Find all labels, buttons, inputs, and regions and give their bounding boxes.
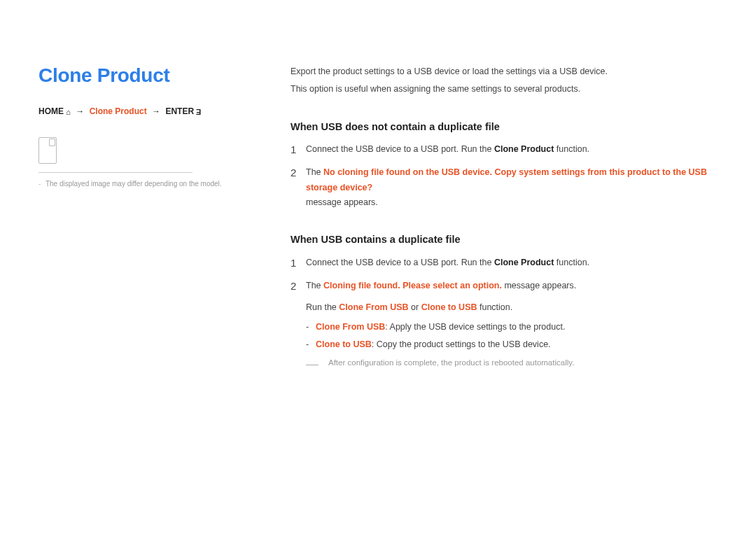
- list-item: 1 Connect the USB device to a USB port. …: [290, 142, 718, 157]
- home-icon: ⌂: [66, 108, 71, 116]
- text: Connect the USB device to a USB port. Ru…: [306, 144, 494, 154]
- text: function.: [477, 302, 513, 312]
- bold-text: Clone Product: [494, 144, 554, 154]
- page: Clone Product HOME ⌂ → Clone Product → E…: [0, 0, 756, 379]
- breadcrumb-arrow-2: →: [149, 106, 163, 116]
- product-thumbnail: [38, 137, 57, 164]
- list-item: 1 Connect the USB device to a USB port. …: [290, 255, 718, 270]
- steps-no-duplicate: 1 Connect the USB device to a USB port. …: [290, 142, 718, 210]
- step-line-2: Run the Clone From USB or Clone to USB f…: [306, 300, 718, 315]
- text: message appears.: [306, 197, 378, 207]
- product-thumbnail-inner: [49, 139, 55, 146]
- dash-icon: -: [306, 337, 316, 352]
- option-body: Clone to USB: Copy the product settings …: [316, 337, 551, 352]
- emphasis-text: Cloning file found. Please select an opt…: [323, 281, 502, 290]
- step-number: 2: [290, 279, 306, 370]
- emphasis-text: Clone From USB: [339, 302, 408, 312]
- text: function.: [554, 144, 589, 154]
- list-item: - Clone to USB: Copy the product setting…: [306, 337, 718, 352]
- step-body: Connect the USB device to a USB port. Ru…: [306, 255, 718, 270]
- list-item: 2 The No cloning file found on the USB d…: [290, 165, 718, 210]
- note-text: After configuration is complete, the pro…: [328, 356, 574, 370]
- text: Run the: [306, 302, 339, 312]
- steps-duplicate: 1 Connect the USB device to a USB port. …: [290, 255, 718, 370]
- text: The: [306, 167, 323, 177]
- dash-icon: -: [306, 320, 316, 335]
- right-column: Export the product settings to a USB dev…: [290, 64, 718, 379]
- step-number: 1: [290, 255, 306, 270]
- breadcrumb-home: HOME: [38, 106, 64, 116]
- step-body: The Cloning file found. Please select an…: [306, 279, 718, 370]
- options-list: - Clone From USB: Apply the USB device s…: [306, 320, 718, 353]
- enter-icon: E: [196, 108, 201, 116]
- text: message appears.: [502, 281, 576, 290]
- breadcrumb: HOME ⌂ → Clone Product → ENTER E: [38, 106, 262, 116]
- step-body: Connect the USB device to a USB port. Ru…: [306, 142, 718, 157]
- emphasis-text: Clone to USB: [421, 302, 477, 312]
- divider: [38, 172, 192, 173]
- section-heading-duplicate: When USB contains a duplicate file: [290, 231, 718, 248]
- step-line-1: The Cloning file found. Please select an…: [306, 279, 718, 293]
- list-item: 2 The Cloning file found. Please select …: [290, 279, 718, 370]
- breadcrumb-item: Clone Product: [90, 106, 147, 116]
- text: Connect the USB device to a USB port. Ru…: [306, 258, 494, 267]
- note-dash-icon: [306, 356, 328, 370]
- footnote-dash-icon: -: [38, 180, 43, 188]
- option-text: : Apply the USB device settings to the p…: [385, 322, 565, 332]
- intro-line-1: Export the product settings to a USB dev…: [290, 64, 718, 79]
- bold-text: Clone Product: [494, 258, 554, 267]
- step-body: The No cloning file found on the USB dev…: [306, 165, 718, 210]
- text: The: [306, 281, 323, 290]
- left-column: Clone Product HOME ⌂ → Clone Product → E…: [38, 64, 290, 379]
- list-item: - Clone From USB: Apply the USB device s…: [306, 320, 718, 335]
- breadcrumb-arrow-1: →: [73, 106, 87, 116]
- option-text: : Copy the product settings to the USB d…: [372, 339, 551, 349]
- emphasis-text: No cloning file found on the USB device.…: [306, 167, 707, 192]
- footnote: - The displayed image may differ dependi…: [38, 180, 262, 188]
- step-number: 2: [290, 165, 306, 210]
- step-number: 1: [290, 142, 306, 157]
- text: function.: [554, 258, 589, 267]
- footnote-text: The displayed image may differ depending…: [46, 180, 222, 188]
- breadcrumb-enter: ENTER: [165, 106, 194, 116]
- option-body: Clone From USB: Apply the USB device set…: [316, 320, 565, 335]
- note: After configuration is complete, the pro…: [306, 356, 718, 370]
- intro-line-2: This option is useful when assigning the…: [290, 82, 718, 97]
- text: or: [409, 302, 421, 312]
- section-heading-no-duplicate: When USB does not contain a duplicate fi…: [290, 118, 718, 136]
- option-label: Clone From USB: [316, 322, 385, 332]
- option-label: Clone to USB: [316, 339, 372, 349]
- page-title: Clone Product: [38, 64, 262, 87]
